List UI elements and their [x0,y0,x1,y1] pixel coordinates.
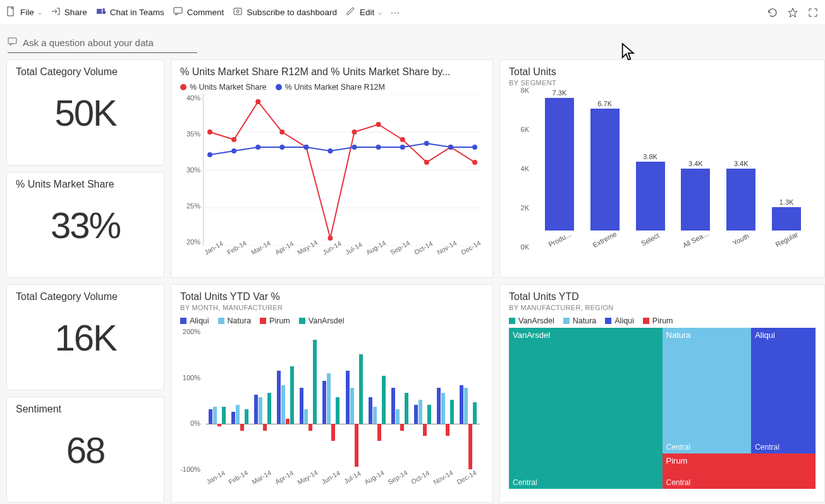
edit-menu[interactable]: Edit ⌵ [346,6,382,18]
chart-subtitle: By Month, Manufacturer [180,304,484,311]
svg-point-13 [207,129,212,135]
svg-point-2 [102,8,105,11]
svg-point-31 [352,145,357,150]
qna-placeholder: Ask a question about your data [23,37,154,48]
block-sublabel: Central [666,478,691,487]
share-icon [51,6,61,18]
svg-point-22 [424,160,429,165]
legend-dot-red [180,84,186,90]
dashboard-grid: Total Category Volume 50K % Units Market… [0,59,825,504]
kpi-total-category-volume-1[interactable]: Total Category Volume 50K [6,59,164,165]
block-label: Pirum [666,456,688,465]
legend-label: % Units Market Share R12M [285,83,385,92]
svg-point-36 [472,145,477,150]
chart-total-units-segment[interactable]: Total Units By Segment 8K6K4K2K0K 7.3KPr… [499,59,825,278]
chat-teams-button[interactable]: Chat in Teams [96,6,164,18]
chevron-down-icon: ⌵ [38,9,42,16]
chart-total-units-ytd[interactable]: Total Units YTD By Manufacturer, Region … [499,284,825,503]
legend-dot-blue [276,84,282,90]
chart-market-share-line[interactable]: % Units Market Share R12M and % Units Ma… [171,59,493,278]
chart-title: % Units Market Share R12M and % Units Ma… [180,66,484,78]
svg-point-32 [376,145,381,150]
share-button[interactable]: Share [51,6,87,18]
comment-label: Comment [187,8,224,17]
kpi-title: % Units Market Share [16,179,155,190]
kpi-value: 33% [16,204,155,246]
subscribe-label: Subscribe to dashboard [247,8,337,17]
more-menu[interactable]: ··· [391,8,400,17]
block-sublabel: Central [755,443,779,452]
treemap-area: VanArsdel Central Natura Central Aliqui … [509,328,816,489]
y-axis: 200%100%0%-100% [180,328,200,473]
block-sublabel: Central [513,478,537,487]
kpi-units-market-share[interactable]: % Units Market Share 33% [6,172,164,278]
treemap-block-vanarsdel[interactable]: VanArsdel Central [509,328,663,489]
chart-body: 40%35%30%25%20% Jan-14Feb-14Mar-14Apr-14… [180,94,484,258]
bars-area: 7.3KProdu...6.7KExtreme3.8KSelect3.4KAll… [537,87,809,243]
legend-item: % Units Market Share [180,83,267,92]
svg-rect-3 [102,11,106,14]
comment-button[interactable]: Comment [173,6,224,18]
treemap-block-aliqui[interactable]: Aliqui Central [751,328,816,453]
file-menu[interactable]: File ⌵ [6,6,42,18]
fullscreen-icon[interactable] [807,7,819,18]
svg-point-27 [255,145,260,150]
treemap-block-pirum[interactable]: Pirum Central [663,453,816,489]
chart-legend: % Units Market Share % Units Market Shar… [180,83,484,92]
chart-subtitle: By Segment [509,79,816,87]
chart-legend: VanArsdelNaturaAliquiPirum [509,316,816,325]
chart-title: Total Units YTD Var % [180,291,484,303]
y-axis: 8K6K4K2K0K [509,87,529,251]
block-label: Aliqui [755,330,775,340]
svg-point-25 [207,152,212,157]
kpi-value: 16K [16,316,155,359]
svg-point-30 [327,148,333,153]
svg-point-33 [400,145,405,150]
legend-label: % Units Market Share [190,83,267,92]
kpi-sentiment[interactable]: Sentiment 68 [6,397,164,503]
refresh-icon[interactable] [767,7,778,18]
svg-point-34 [424,141,429,146]
block-sublabel: Central [666,443,691,452]
qna-input[interactable]: Ask a question about your data [8,34,197,53]
teams-icon [96,6,106,18]
chat-label: Chat in Teams [110,8,164,17]
kpi-title: Total Category Volume [16,66,155,78]
svg-rect-4 [174,8,182,13]
svg-point-19 [352,129,357,135]
kpi-total-category-volume-2[interactable]: Total Category Volume 16K [6,284,164,390]
chart-subtitle: By Manufacturer, Region [509,304,816,311]
comment-icon [173,6,183,18]
svg-rect-7 [8,38,16,44]
svg-point-26 [231,148,236,153]
kpi-title: Sentiment [16,404,155,415]
chart-ytd-var[interactable]: Total Units YTD Var % By Month, Manufact… [171,284,493,503]
comment-icon [8,37,18,49]
block-label: Natura [666,330,691,340]
treemap-block-natura[interactable]: Natura Central [663,328,752,453]
legend-item: % Units Market Share R12M [276,83,385,92]
svg-point-14 [231,137,236,142]
subscribe-icon [233,6,243,18]
kpi-title: Total Category Volume [16,291,155,303]
file-icon [6,6,16,18]
pencil-icon [346,6,356,18]
block-label: VanArsdel [513,330,550,340]
svg-point-28 [279,145,284,150]
share-label: Share [64,8,87,17]
toolbar: File ⌵ Share Chat in Teams Comment Subsc… [0,0,825,25]
x-axis: Jan-14Feb-14Mar-14Apr-14May-14Jun-14Jul-… [205,473,480,486]
subscribe-button[interactable]: Subscribe to dashboard [233,6,337,18]
svg-point-6 [236,10,239,13]
svg-point-18 [327,236,333,241]
kpi-value: 68 [16,429,155,471]
chart-body: 200%100%0%-100% Jan-14Feb-14Mar-14Apr-14… [180,328,484,486]
svg-point-16 [279,129,284,135]
plot-area [203,94,481,246]
chart-title: Total Units YTD [509,291,816,303]
svg-point-15 [255,99,260,104]
y-axis: 40%35%30%25%20% [180,94,200,246]
svg-point-29 [303,145,309,150]
favorite-icon[interactable] [787,7,798,18]
svg-point-20 [376,122,381,127]
